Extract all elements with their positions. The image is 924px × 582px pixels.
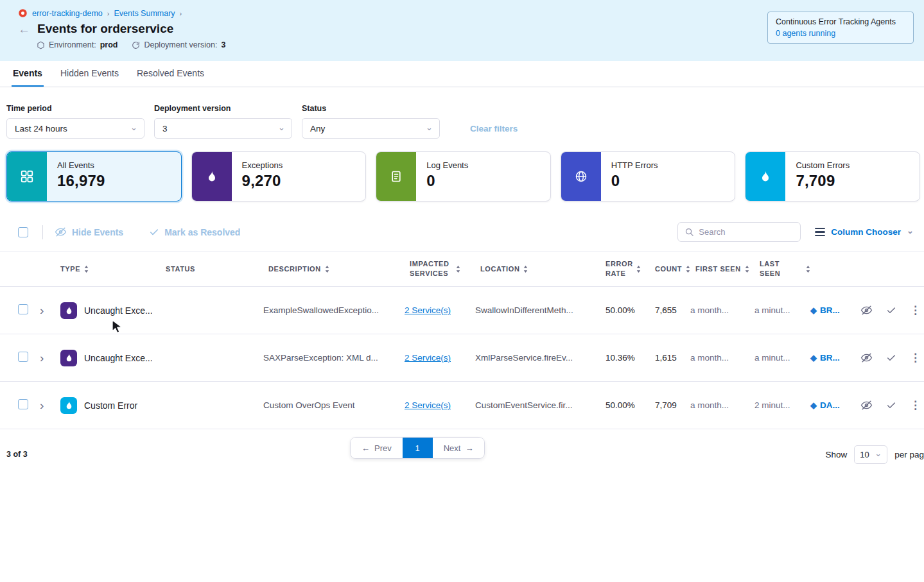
chevron-down-icon: ⌄ [907,227,914,235]
pagination-footer: 3 of 3 ← Prev 1 Next → Show 10 ⌄ per pag [0,429,924,465]
row-menu-icon[interactable]: ⋮ [910,304,921,317]
expand-row-button[interactable]: › [36,350,48,366]
resolve-event-icon[interactable] [886,353,896,363]
table-row[interactable]: › Custom Error Custom OverOps Event 2 Se… [0,382,924,429]
card-label: Custom Errors [796,160,850,170]
hide-events-label: Hide Events [72,227,123,237]
environment-icon [37,41,45,49]
column-header-count[interactable]: COUNT [650,264,690,274]
sort-icon [636,266,641,273]
first-seen: a month... [690,353,754,363]
deployment-version-label: Deployment version: [144,40,217,49]
clear-filters-button[interactable]: Clear filters [470,124,518,133]
column-header-description[interactable]: DESCRIPTION [263,264,405,274]
resolve-event-icon[interactable] [886,305,896,316]
card-value: 9,270 [242,172,283,190]
column-header-error-rate[interactable]: ERROR RATE [600,259,650,278]
time-period-select[interactable]: Last 24 hours ⌄ [6,118,144,139]
next-page-button[interactable]: Next → [433,438,485,458]
arrow-right-icon: → [465,443,473,453]
row-checkbox[interactable] [18,352,28,362]
hide-events-button[interactable]: Hide Events [55,226,123,238]
first-seen: a month... [690,305,754,315]
page-1-button[interactable]: 1 [403,438,433,458]
column-header-impacted-services[interactable]: IMPACTED SERVICES [405,259,475,278]
expand-row-button[interactable]: › [36,397,48,413]
expand-row-button[interactable]: › [36,302,48,318]
table-row[interactable]: › Uncaught Exce... ExampleSwallowedExcep… [0,287,924,334]
tab-bar: Events Hidden Events Resolved Events [0,61,924,87]
sort-icon [84,266,89,273]
version-link[interactable]: DA... [820,400,840,410]
flame-icon [60,302,77,319]
last-seen: a minut... [754,353,810,363]
time-period-filter: Time period Last 24 hours ⌄ [6,104,144,139]
tab-events[interactable]: Events [12,61,44,87]
breadcrumb-separator: › [107,10,110,17]
sort-icon [686,266,690,273]
card-custom-errors[interactable]: Custom Errors 7,709 [745,151,920,201]
impacted-services-link[interactable]: 2 Service(s) [405,353,451,363]
chevron-down-icon: ⌄ [426,123,433,132]
resolve-event-icon[interactable] [886,400,896,411]
tab-resolved-events[interactable]: Resolved Events [135,61,205,87]
deployment-version-select[interactable]: 3 ⌄ [154,118,292,139]
event-type: Custom Error [84,400,137,411]
column-header-first-seen[interactable]: FIRST SEEN [690,264,754,274]
log-document-icon [376,152,416,201]
tab-hidden-events[interactable]: Hidden Events [59,61,120,87]
eye-off-icon [55,226,67,238]
row-checkbox[interactable] [18,304,28,314]
event-type: Uncaught Exce... [84,305,153,316]
row-menu-icon[interactable]: ⋮ [910,351,921,364]
sort-icon [325,266,329,273]
column-header-status[interactable]: STATUS [161,264,263,274]
column-header-last-seen[interactable]: LAST SEEN [754,259,810,278]
error-tracking-page: error-tracking-demo › Events Summary › ←… [0,0,924,582]
deployment-version-filter: Deployment version 3 ⌄ [154,104,292,139]
hide-event-icon[interactable] [860,304,873,316]
select-all-checkbox[interactable] [18,227,28,237]
search-input[interactable] [699,227,794,237]
version-link[interactable]: BR... [820,353,840,363]
column-header-location[interactable]: LOCATION [475,264,600,274]
card-label: HTTP Errors [611,160,658,170]
card-http-errors[interactable]: HTTP Errors 0 [561,151,736,201]
status-filter-value: Any [310,124,325,133]
status-filter: Status Any ⌄ [302,104,440,139]
impacted-services-link[interactable]: 2 Service(s) [405,400,451,410]
card-value: 7,709 [796,172,850,190]
flame-icon [192,152,232,201]
per-page-select[interactable]: 10 ⌄ [854,445,887,464]
hide-event-icon[interactable] [860,399,873,411]
version-link[interactable]: BR... [820,305,840,315]
environment-label: Environment: [49,40,96,49]
sort-icon [456,266,460,273]
breadcrumb-project-link[interactable]: error-tracking-demo [32,9,103,18]
card-log-events[interactable]: Log Events 0 [376,151,551,201]
table-row[interactable]: › Uncaught Exce... SAXParseException: XM… [0,334,924,382]
card-value: 0 [426,172,468,190]
card-exceptions[interactable]: Exceptions 9,270 [191,151,367,201]
status-select[interactable]: Any ⌄ [302,118,440,139]
error-rate: 10.36% [600,353,650,363]
row-count-summary: 3 of 3 [6,450,28,459]
column-chooser-button[interactable]: Column Chooser ⌄ [815,227,914,237]
agents-running-link[interactable]: 0 agents running [776,29,905,38]
row-menu-icon[interactable]: ⋮ [910,398,921,412]
events-table: TYPE STATUS DESCRIPTION IMPACTED SERVICE… [0,251,924,429]
column-chooser-label: Column Chooser [831,227,901,237]
card-all-events[interactable]: All Events 16,979 [6,151,182,201]
card-label: All Events [57,160,105,170]
agents-panel-title: Continuous Error Tracking Agents [776,17,905,26]
flame-icon [60,350,77,366]
hide-event-icon[interactable] [860,352,873,364]
impacted-services-link[interactable]: 2 Service(s) [405,305,451,315]
mark-as-resolved-button[interactable]: Mark as Resolved [149,227,240,237]
breadcrumb-page-link[interactable]: Events Summary [114,9,175,18]
column-header-type[interactable]: TYPE [55,264,161,274]
prev-page-button[interactable]: ← Prev [351,438,403,458]
row-checkbox[interactable] [18,399,28,409]
deployment-icon [132,41,140,49]
back-button[interactable]: ← [18,23,30,35]
